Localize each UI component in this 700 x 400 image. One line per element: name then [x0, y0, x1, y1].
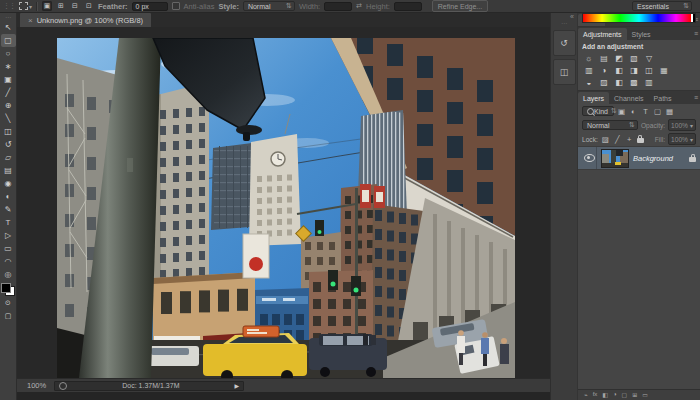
- rectangular-marquee-tool[interactable]: ▢: [1, 34, 16, 47]
- width-input[interactable]: [324, 2, 352, 11]
- document-tab[interactable]: × Unknown.png @ 100% (RGB/8): [20, 13, 151, 27]
- type-layer-filter-icon[interactable]: T: [641, 107, 650, 116]
- posterize-icon[interactable]: ▨: [597, 76, 611, 88]
- lasso-tool[interactable]: ○: [1, 47, 16, 60]
- lock-all-icon[interactable]: [637, 138, 644, 143]
- clone-stamp-tool[interactable]: ◫: [1, 125, 16, 138]
- invert-icon[interactable]: ◒: [582, 76, 596, 88]
- layer-name[interactable]: Background: [633, 154, 685, 163]
- adjustment-icons-row-2: ▥ ◑ ◧ ◨ ◫ ▦: [582, 64, 696, 76]
- expand-panels-icon[interactable]: «: [570, 13, 574, 21]
- workspace-select[interactable]: Essentials ⇅: [632, 1, 692, 11]
- lock-position-icon[interactable]: +: [625, 135, 634, 144]
- history-brush-tool[interactable]: ↺: [1, 138, 16, 151]
- link-dimensions-icon[interactable]: ⇄: [356, 2, 362, 10]
- pixel-layer-filter-icon[interactable]: ▣: [617, 107, 626, 116]
- history-panel-button[interactable]: ↺: [553, 30, 576, 56]
- path-selection-tool[interactable]: ▷: [1, 229, 16, 242]
- exposure-icon[interactable]: ▧: [627, 52, 641, 64]
- height-input[interactable]: [394, 2, 422, 11]
- canvas-area[interactable]: HENRY'S: [17, 27, 550, 378]
- new-layer-icon[interactable]: ⊞: [632, 391, 637, 398]
- eyedropper-tool[interactable]: ╱: [1, 86, 16, 99]
- stepper-icon: ⇅: [683, 2, 689, 10]
- link-layers-icon[interactable]: ⌁: [584, 391, 588, 398]
- doc-info-box[interactable]: Doc: 1.37M/1.37M ▶: [54, 381, 244, 391]
- tab-adjustments[interactable]: Adjustments: [578, 28, 627, 40]
- new-selection-button[interactable]: ▣: [42, 1, 52, 11]
- opacity-value[interactable]: 100% ▾: [668, 119, 696, 131]
- selective-color-icon[interactable]: ▥: [642, 76, 656, 88]
- close-icon[interactable]: ×: [28, 16, 33, 25]
- quick-selection-tool[interactable]: ∗: [1, 60, 16, 73]
- rectangle-tool[interactable]: ▭: [1, 242, 16, 255]
- layer-mask-icon[interactable]: ◧: [602, 391, 608, 398]
- dodge-tool[interactable]: ◐: [1, 190, 16, 203]
- shape-layer-filter-icon[interactable]: ▢: [653, 107, 662, 116]
- new-adjustment-layer-icon[interactable]: ◑: [613, 391, 617, 397]
- options-grip[interactable]: ⋮⋮: [3, 2, 15, 10]
- tab-styles[interactable]: Styles: [627, 28, 656, 40]
- tab-channels[interactable]: Channels: [609, 92, 649, 104]
- refine-edge-button[interactable]: Refine Edge...: [432, 0, 488, 12]
- status-menu-arrow-icon[interactable]: ▶: [235, 382, 240, 389]
- filter-kind-select[interactable]: Kind ⇅: [582, 106, 614, 116]
- photo-beige-building: [153, 82, 209, 292]
- anti-alias-checkbox[interactable]: [172, 2, 180, 10]
- hand-tool[interactable]: ◠: [1, 255, 16, 268]
- lock-transparency-icon[interactable]: ▨: [601, 135, 610, 144]
- tab-paths[interactable]: Paths: [649, 92, 677, 104]
- delete-layer-icon[interactable]: ▭: [642, 391, 648, 398]
- layer-effects-icon[interactable]: fx: [593, 391, 598, 397]
- color-lookup-icon[interactable]: ▦: [657, 64, 671, 76]
- zoom-tool[interactable]: ◎: [1, 268, 16, 281]
- add-selection-button[interactable]: ⊞: [56, 1, 66, 11]
- gradient-map-icon[interactable]: ▩: [627, 76, 641, 88]
- levels-icon[interactable]: ▤: [597, 52, 611, 64]
- gradient-tool[interactable]: ▤: [1, 164, 16, 177]
- blend-mode-select[interactable]: Normal ⇅: [582, 120, 638, 130]
- layer-thumbnail[interactable]: [601, 149, 629, 168]
- quick-mask-button[interactable]: ⊙: [1, 296, 16, 309]
- curves-icon[interactable]: ◩: [612, 52, 626, 64]
- workspace-value: Essentials: [637, 3, 669, 10]
- blur-tool[interactable]: ◉: [1, 177, 16, 190]
- feather-input[interactable]: 0 px: [132, 2, 168, 11]
- tab-layers[interactable]: Layers: [578, 92, 609, 104]
- properties-panel-button[interactable]: ◫: [553, 59, 576, 85]
- brightness-contrast-icon[interactable]: ☼: [582, 52, 596, 64]
- strip-grip[interactable]: ⋯: [561, 21, 567, 27]
- zoom-level[interactable]: 100%: [27, 381, 46, 390]
- layer-row-background[interactable]: Background: [578, 146, 700, 170]
- tool-preset-picker[interactable]: ▾: [19, 2, 32, 10]
- color-balance-icon[interactable]: ◑: [597, 64, 611, 76]
- channel-mixer-icon[interactable]: ◫: [642, 64, 656, 76]
- smart-object-filter-icon[interactable]: ▦: [665, 107, 674, 116]
- black-white-icon[interactable]: ◧: [612, 64, 626, 76]
- style-select[interactable]: Normal ⇅: [243, 1, 295, 11]
- screen-mode-button[interactable]: ▢: [1, 309, 16, 322]
- blend-mode-row: Normal ⇅ Opacity: 100% ▾: [578, 118, 700, 132]
- fill-value[interactable]: 100% ▾: [668, 133, 696, 145]
- hue-saturation-icon[interactable]: ▥: [582, 64, 596, 76]
- move-tool[interactable]: ↖: [1, 21, 16, 34]
- new-group-icon[interactable]: ▢: [622, 391, 628, 398]
- visibility-toggle[interactable]: [582, 147, 597, 169]
- intersect-selection-button[interactable]: ⊡: [84, 1, 94, 11]
- subtract-selection-button[interactable]: ⊟: [70, 1, 80, 11]
- type-tool[interactable]: T: [1, 216, 16, 229]
- pen-tool[interactable]: ✎: [1, 203, 16, 216]
- vibrance-icon[interactable]: ▽: [642, 52, 656, 64]
- eraser-tool[interactable]: ▱: [1, 151, 16, 164]
- panel-menu-icon[interactable]: ≡: [694, 30, 698, 37]
- threshold-icon[interactable]: ◧: [612, 76, 626, 88]
- foreground-color-swatch[interactable]: [1, 283, 11, 293]
- healing-brush-tool[interactable]: ⊕: [1, 99, 16, 112]
- adjustment-layer-filter-icon[interactable]: ◐: [629, 107, 638, 116]
- brush-tool[interactable]: ╲: [1, 112, 16, 125]
- panel-menu-icon[interactable]: ≡: [694, 94, 698, 101]
- color-spectrum-ramp[interactable]: [582, 13, 696, 23]
- crop-tool[interactable]: ▣: [1, 73, 16, 86]
- lock-paint-icon[interactable]: ╱: [613, 135, 622, 144]
- photo-filter-icon[interactable]: ◨: [627, 64, 641, 76]
